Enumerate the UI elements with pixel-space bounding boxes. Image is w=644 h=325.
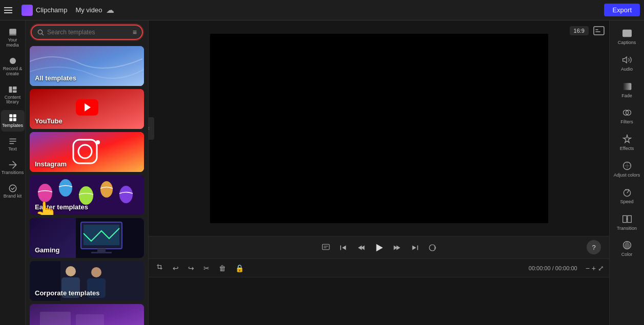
video-canvas xyxy=(210,34,548,223)
media-icon xyxy=(8,28,17,37)
svg-rect-6 xyxy=(9,115,12,118)
timeline-total-time: 00:00:00 xyxy=(555,265,577,271)
right-panel-label: Color xyxy=(621,252,633,257)
play-button[interactable] xyxy=(373,242,385,253)
right-panel-label: Audio xyxy=(621,67,633,72)
right-panel-fade[interactable]: Fade xyxy=(612,78,642,102)
library-icon xyxy=(8,85,17,94)
filters-panel-icon xyxy=(622,107,632,118)
color-panel-icon xyxy=(622,240,632,250)
transcript-button[interactable] xyxy=(321,243,330,252)
sidebar-item-transitions[interactable]: Transitions xyxy=(1,157,25,179)
templates-panel: ≡ xyxy=(26,20,149,325)
adjust-colors-panel-icon xyxy=(622,161,632,171)
rewind-button[interactable] xyxy=(356,243,365,252)
undo-button[interactable]: ↩ xyxy=(170,263,181,274)
right-panel-speed[interactable]: Speed xyxy=(612,184,642,208)
right-panel-color[interactable]: Color xyxy=(612,236,642,261)
template-card-gaming[interactable]: Gaming xyxy=(30,218,144,258)
svg-rect-52 xyxy=(622,83,631,90)
video-title[interactable]: My video xyxy=(75,6,102,14)
search-bar-wrapper: ≡ xyxy=(26,20,148,44)
skip-start-icon xyxy=(339,243,348,252)
fit-to-window-button[interactable]: ⤢ xyxy=(598,264,604,272)
transcript-icon xyxy=(321,243,330,252)
sidebar-item-label: Content library xyxy=(2,95,24,105)
loop-button[interactable] xyxy=(428,243,437,252)
sidebar-item-record-create[interactable]: Record & create xyxy=(1,53,25,80)
loop-icon xyxy=(428,243,437,252)
captions-panel-icon xyxy=(622,28,632,38)
svg-rect-41 xyxy=(322,244,329,250)
template-card-slideshows[interactable]: Slideshows xyxy=(30,304,144,325)
crop-tool-button[interactable] xyxy=(154,262,166,274)
svg-point-32 xyxy=(66,266,76,276)
svg-rect-9 xyxy=(13,118,16,121)
svg-rect-4 xyxy=(13,86,17,90)
right-panel-label: Adjust colors xyxy=(614,172,640,178)
sidebar-item-label: Your media xyxy=(2,38,24,48)
svg-marker-46 xyxy=(376,244,383,251)
svg-point-2 xyxy=(11,59,14,62)
filter-icon[interactable]: ≡ xyxy=(133,28,137,36)
right-panel-filters[interactable]: Filters xyxy=(612,104,642,128)
svg-rect-7 xyxy=(13,115,16,118)
cloud-save-icon: ☁ xyxy=(106,5,114,15)
svg-marker-49 xyxy=(412,245,416,250)
svg-point-24 xyxy=(119,186,133,203)
zoom-in-button[interactable]: + xyxy=(592,264,596,272)
skip-end-button[interactable] xyxy=(410,243,420,252)
aspect-ratio-button[interactable]: 16:9 xyxy=(570,26,589,35)
timeline-time: 00:00:00 / 00:00:00 xyxy=(529,265,577,271)
search-icon xyxy=(37,29,44,36)
svg-point-34 xyxy=(91,267,101,277)
template-card-easter[interactable]: Easter templates 👆 xyxy=(30,175,144,215)
zoom-out-button[interactable]: − xyxy=(586,264,590,272)
timeline-current-time: 00:00:00 xyxy=(529,265,551,271)
slideshows-bg xyxy=(30,304,144,325)
skip-end-icon xyxy=(410,243,420,252)
template-card-youtube[interactable]: YouTube xyxy=(30,89,144,129)
svg-point-20 xyxy=(38,184,52,202)
video-preview: ‹ 16:9 xyxy=(149,20,609,236)
lock-button[interactable]: 🔒 xyxy=(233,263,246,274)
cut-button[interactable]: ✂ xyxy=(201,263,212,274)
template-card-all-templates[interactable]: All templates xyxy=(30,46,144,86)
timeline-zoom-controls: − + ⤢ xyxy=(586,264,604,272)
sidebar-item-text[interactable]: Text xyxy=(1,134,25,155)
template-card-corporate[interactable]: Corporate templates xyxy=(30,261,144,301)
sidebar-item-label: Brand kit xyxy=(4,194,22,199)
sidebar-item-templates[interactable]: Templates xyxy=(1,110,25,132)
search-input[interactable] xyxy=(47,29,130,36)
fast-forward-button[interactable] xyxy=(393,243,402,252)
template-card-instagram[interactable]: Instagram xyxy=(30,132,144,172)
collapse-panel-button[interactable]: ‹ xyxy=(149,117,154,140)
video-area: ‹ 16:9 xyxy=(149,20,609,325)
menu-icon[interactable] xyxy=(4,5,14,15)
sidebar-item-label: Record & create xyxy=(2,67,24,77)
play-icon xyxy=(373,242,385,253)
svg-point-10 xyxy=(9,185,16,192)
rewind-icon xyxy=(356,243,365,252)
svg-rect-27 xyxy=(84,225,119,245)
right-panel-adjust-colors[interactable]: Adjust colors xyxy=(612,157,642,182)
skip-start-button[interactable] xyxy=(339,243,348,252)
sidebar-item-label: Text xyxy=(8,147,17,152)
help-button[interactable]: ? xyxy=(587,240,601,254)
captions-icon[interactable] xyxy=(593,25,605,37)
export-button[interactable]: Export xyxy=(604,4,640,16)
right-panel-effects[interactable]: Effects xyxy=(612,131,642,155)
sidebar-item-your-media[interactable]: Your media xyxy=(1,25,25,51)
sidebar-item-brand-kit[interactable]: Brand kit xyxy=(1,181,25,202)
redo-button[interactable]: ↪ xyxy=(185,263,197,274)
right-panel-audio[interactable]: Audio xyxy=(612,51,642,76)
timeline-toolbar: ↩ ↪ ✂ 🗑 🔒 00:00:00 / 00:00:00 − + ⤢ xyxy=(149,259,609,277)
templates-icon xyxy=(8,113,17,122)
sidebar-item-content-library[interactable]: Content library xyxy=(1,82,25,109)
right-panel-captions[interactable]: Captions xyxy=(612,25,642,49)
card-label-instagram: Instagram xyxy=(35,160,67,168)
app-logo: Clipchamp xyxy=(22,5,67,16)
right-panel-transition[interactable]: Transition xyxy=(612,210,642,235)
delete-button[interactable]: 🗑 xyxy=(216,263,228,274)
topbar: Clipchamp My video ☁ Export xyxy=(0,0,644,20)
